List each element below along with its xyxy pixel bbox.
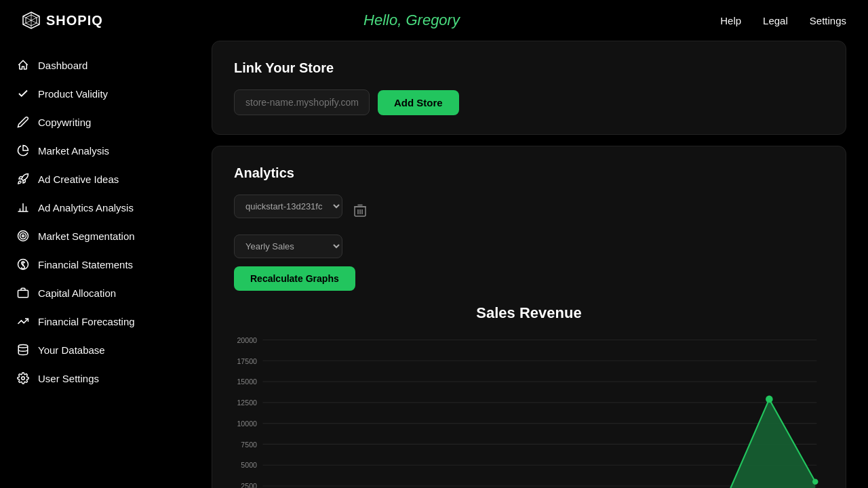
store-link-row: Add Store [234,89,824,115]
sidebar-item-ad-analytics-analysis[interactable]: Ad Analytics Analysis [0,194,190,221]
sidebar-label-your-database: Your Database [38,344,105,356]
home-icon [16,58,30,72]
svg-rect-14 [18,290,28,298]
legal-link[interactable]: Legal [763,15,788,26]
svg-point-54 [812,479,818,485]
chart-title: Sales Revenue [234,304,824,322]
sidebar-item-financial-forecasting[interactable]: Financial Forecasting [0,308,190,335]
svg-text:15000: 15000 [237,378,257,386]
analytics-title: Analytics [234,165,824,181]
pie-icon [16,144,30,157]
svg-text:12500: 12500 [237,399,257,407]
sidebar-label-copywriting: Copywriting [38,117,91,128]
sales-chart: 20000 17500 15000 12500 10000 7500 5000 … [234,333,824,488]
greeting: Hello, Gregory [363,12,460,29]
sidebar-item-market-segmentation[interactable]: Market Segmentation [0,222,190,249]
sidebar-label-product-validity: Product Validity [38,88,108,100]
briefcase-icon [16,286,30,300]
check-icon [16,87,30,100]
sidebar-label-user-settings: User Settings [38,373,99,384]
rocket-icon [16,172,30,186]
sidebar-label-financial-forecasting: Financial Forecasting [38,316,135,327]
link-store-section: Link Your Store Add Store [212,41,846,135]
sidebar-item-ad-creative-ideas[interactable]: Ad Creative Ideas [0,165,190,192]
svg-text:20000: 20000 [237,336,257,344]
recalculate-button[interactable]: Recalculate Graphs [234,266,355,291]
settings-link[interactable]: Settings [810,15,846,26]
help-link[interactable]: Help [720,15,741,26]
svg-text:7500: 7500 [241,441,257,449]
sidebar-item-user-settings[interactable]: User Settings [0,365,190,392]
chart-container: 20000 17500 15000 12500 10000 7500 5000 … [234,333,824,488]
pencil-icon [16,115,30,129]
period-select[interactable]: Yearly Sales Monthly Sales Weekly Sales … [234,235,342,258]
sidebar-item-capital-allocation[interactable]: Capital Allocation [0,279,190,306]
main-content: Link Your Store Add Store Analytics quic… [190,41,868,488]
target-icon [16,229,30,243]
store-input[interactable] [234,89,370,115]
sidebar-label-dashboard: Dashboard [38,60,87,71]
sidebar-item-product-validity[interactable]: Product Validity [0,80,190,107]
layout: Dashboard Product Validity Copywriting M… [0,41,868,488]
gear-icon [16,371,30,385]
topnav: SHOPIQ Hello, Gregory Help Legal Setting… [0,0,868,41]
svg-text:2500: 2500 [241,482,257,488]
delete-store-button[interactable] [349,200,371,222]
logo: SHOPIQ [22,11,103,30]
sidebar-label-ad-creative-ideas: Ad Creative Ideas [38,174,119,185]
svg-point-16 [18,345,28,348]
add-store-button[interactable]: Add Store [378,90,459,115]
trend-icon [16,314,30,328]
period-select-row: Yearly Sales Monthly Sales Weekly Sales … [234,235,824,266]
svg-text:5000: 5000 [241,461,257,469]
svg-point-17 [22,377,25,380]
svg-text:10000: 10000 [237,420,257,428]
sidebar-label-market-analysis: Market Analysis [38,145,109,157]
database-icon [16,343,30,357]
sidebar-item-financial-statements[interactable]: Financial Statements [0,251,190,278]
sidebar-label-capital-allocation: Capital Allocation [38,287,116,299]
sidebar-label-market-segmentation: Market Segmentation [38,230,135,242]
svg-text:17500: 17500 [237,357,257,365]
svg-point-53 [766,396,773,403]
analytics-section: Analytics quickstart-13d231fc.myshopify.… [212,146,846,488]
dollar-icon [16,258,30,271]
svg-point-10 [20,233,26,239]
sidebar-item-your-database[interactable]: Your Database [0,336,190,363]
sidebar: Dashboard Product Validity Copywriting M… [0,41,190,488]
sidebar-item-market-analysis[interactable]: Market Analysis [0,137,190,164]
sidebar-item-dashboard[interactable]: Dashboard [0,52,190,79]
logo-icon [22,11,41,30]
bar-icon [16,201,30,214]
nav-links: Help Legal Settings [720,15,846,26]
sidebar-label-financial-statements: Financial Statements [38,259,133,270]
link-store-title: Link Your Store [234,60,824,76]
sidebar-item-copywriting[interactable]: Copywriting [0,108,190,136]
sidebar-label-ad-analytics-analysis: Ad Analytics Analysis [38,202,134,214]
analytics-store-row: quickstart-13d231fc.myshopify... [234,195,824,226]
store-select[interactable]: quickstart-13d231fc.myshopify... [234,195,342,218]
logo-text: SHOPIQ [46,13,103,28]
svg-point-11 [22,235,24,237]
